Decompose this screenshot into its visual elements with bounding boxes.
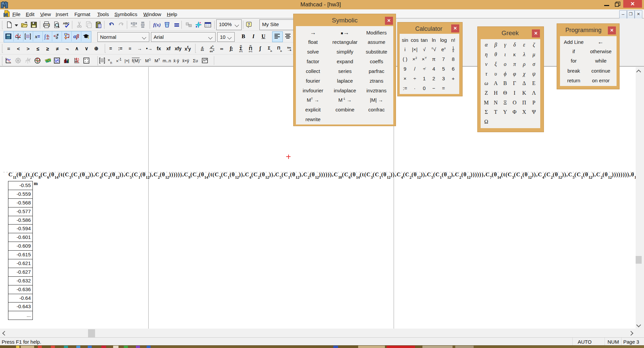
svg-text:?: ?	[248, 22, 250, 26]
svg-text:dy: dy	[47, 34, 49, 37]
svg-text:<: <	[54, 34, 56, 38]
svg-text:42: 42	[203, 59, 205, 61]
svg-text:dx: dx	[47, 37, 49, 40]
svg-text:∫: ∫	[44, 33, 46, 40]
svg-text:≠: ≠	[57, 33, 59, 37]
